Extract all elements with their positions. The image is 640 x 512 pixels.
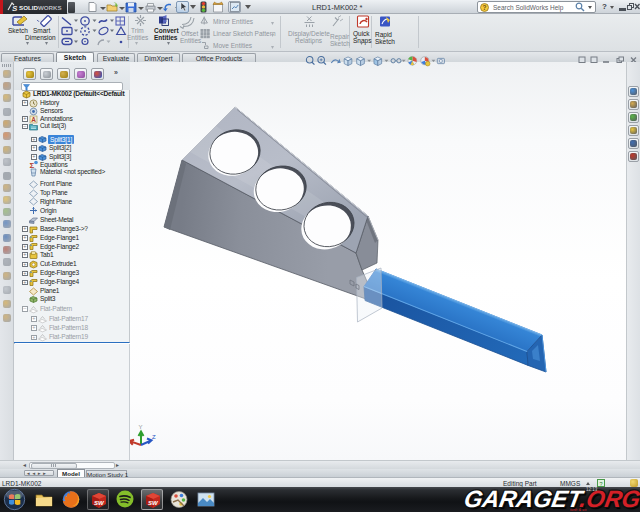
svg-text:SW: SW bbox=[148, 500, 159, 506]
svg-text:SW: SW bbox=[94, 500, 105, 506]
svg-text:Y: Y bbox=[139, 424, 143, 430]
svg-text:Z: Z bbox=[152, 434, 156, 440]
